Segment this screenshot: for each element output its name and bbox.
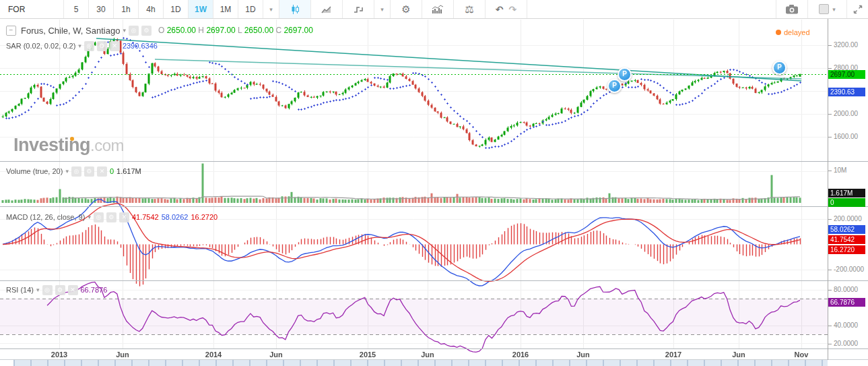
volume-caret-icon[interactable]: ▾ — [65, 168, 69, 175]
time-axis-label: Jun — [576, 350, 590, 359]
pattern-marker-p[interactable]: P — [772, 61, 787, 75]
axis-value-badge: 0 — [828, 198, 865, 207]
screenshot-button[interactable] — [776, 0, 807, 18]
symbol-title[interactable]: Forus, Chile, W, Santiago — [21, 26, 120, 36]
layout-caret-icon: ▾ — [832, 6, 836, 13]
time-axis-label: Jun — [421, 350, 434, 359]
rsi-value: 66.7876 — [81, 286, 108, 294]
rsi-close-icon[interactable]: ✕ — [68, 285, 78, 295]
indicators-icon — [432, 5, 444, 14]
chart-type-candlestick-button[interactable] — [279, 0, 311, 18]
interval-1w-active[interactable]: 1W — [189, 0, 213, 18]
title-caret-icon[interactable]: ▾ — [123, 27, 126, 34]
interval-1m[interactable]: 1M — [213, 0, 238, 18]
top-toolbar: FOR 5 30 1h 4h 1D 1W 1M 1D ▾ ▾ ⚙ ⚖ ↶ ↷ ▾ — [0, 0, 868, 19]
interval-1d-custom[interactable]: 1D — [238, 0, 263, 18]
volume-close-icon[interactable]: ✕ — [97, 166, 107, 177]
delayed-dot-icon — [776, 30, 781, 35]
camera-icon — [785, 4, 799, 14]
volume-zero-value: 0 — [110, 167, 114, 175]
axis-value-badge: 41.7542 — [828, 235, 865, 244]
pattern-marker-p[interactable]: P — [617, 67, 632, 82]
axis-label: 1600.00 — [834, 133, 858, 140]
redo-icon[interactable]: ↷ — [509, 4, 517, 15]
chart-plot-area[interactable] — [0, 0, 828, 360]
interval-dropdown-caret-icon[interactable]: ▾ — [263, 0, 279, 18]
sar-hide-icon[interactable]: ◎ — [84, 41, 94, 51]
volume-hide-icon[interactable]: ◎ — [71, 166, 81, 177]
collapse-pane-icon[interactable]: − — [6, 26, 16, 36]
interval-5[interactable]: 5 — [64, 0, 89, 18]
axis-label: -200.0000 — [834, 266, 864, 273]
axis-value-badge: 1.617M — [828, 189, 865, 197]
rsi-legend: RSI (14) ▾ ◎ ⚙ ✕ 66.7876 — [6, 284, 107, 295]
trading-chart-app: { "toolbar": { "symbol": "FOR", "interva… — [0, 0, 868, 366]
axis-value-badge: 66.7876 — [828, 298, 865, 307]
undo-redo-group[interactable]: ↶ ↷ — [486, 0, 527, 18]
axis-value-badge: 2697.00 — [828, 70, 865, 79]
macd-settings-icon[interactable]: ⚙ — [106, 212, 116, 222]
sar-close-icon[interactable]: ✕ — [110, 41, 120, 51]
delayed-data-badge: delayed — [776, 28, 810, 36]
time-axis-label: Nov — [795, 350, 809, 359]
sar-value: 2390.6346 — [123, 42, 158, 50]
interval-1d[interactable]: 1D — [164, 0, 189, 18]
fullscreen-icon — [853, 5, 863, 14]
interval-1h[interactable]: 1h — [114, 0, 139, 18]
axis-label: 80.0000 — [834, 286, 858, 293]
layout-box-icon — [819, 4, 829, 14]
sar-label: SAR (0.02, 0.02, 0.2) — [6, 42, 75, 50]
sar-legend: SAR (0.02, 0.02, 0.2) ▾ ◎ ⚙ ✕ 2390.6346 — [6, 40, 158, 51]
macd-label: MACD (12, 26, close, 9) — [6, 213, 85, 221]
watermark-orange-dot-icon — [70, 137, 74, 141]
series-settings-icon[interactable]: ⚙ — [141, 26, 152, 36]
indicators-button[interactable] — [422, 0, 454, 18]
main-pane-legend: − Forus, Chile, W, Santiago ▾ ◎ ⚙ O 2650… — [6, 25, 313, 36]
ohlc-readout: O 2650.00 H 2697.00 L 2650.00 C 2697.00 — [158, 26, 313, 35]
macd-hide-icon[interactable]: ◎ — [94, 212, 104, 222]
interval-30[interactable]: 30 — [89, 0, 114, 18]
step-chart-icon — [353, 5, 364, 14]
pane-separator-volume-macd[interactable] — [0, 206, 868, 207]
pattern-marker-p[interactable]: P — [607, 79, 622, 93]
macd-caret-icon[interactable]: ▾ — [88, 214, 91, 220]
chart-type-step-button[interactable] — [343, 0, 374, 18]
time-axis-label: Jun — [732, 350, 745, 359]
scales-icon: ⚖ — [465, 3, 473, 16]
toolbar-spacer — [527, 0, 776, 18]
volume-legend: Volume (true, 20) ▾ ◎ ⚙ ✕ 0 1.617M — [6, 166, 141, 177]
timeaxis-bottom-border — [0, 359, 868, 360]
rsi-hide-icon[interactable]: ◎ — [42, 285, 53, 295]
axis-label: 10M — [834, 166, 846, 174]
rsi-settings-icon[interactable]: ⚙ — [55, 285, 65, 295]
volume-settings-icon[interactable]: ⚙ — [84, 166, 94, 177]
settings-button[interactable]: ⚙ — [391, 0, 422, 18]
hide-series-icon[interactable]: ◎ — [129, 26, 139, 36]
volume-value: 1.617M — [116, 167, 141, 175]
axis-label: 40.0000 — [834, 322, 858, 329]
axis-label: 200.0000 — [834, 215, 862, 222]
chart-type-area-button[interactable] — [311, 0, 343, 18]
macd-hist-value: 16.2720 — [191, 213, 218, 221]
fullscreen-button[interactable] — [846, 0, 868, 18]
sar-settings-icon[interactable]: ⚙ — [97, 41, 107, 51]
gear-icon: ⚙ — [401, 3, 410, 16]
compare-button[interactable]: ⚖ — [454, 0, 486, 18]
candlestick-icon — [290, 4, 300, 15]
symbol-input[interactable]: FOR — [0, 0, 64, 18]
investing-watermark: Investing.com — [13, 135, 124, 156]
time-axis-label: 2015 — [360, 350, 376, 359]
axis-label: 3200.00 — [834, 41, 858, 49]
macd-close-icon[interactable]: ✕ — [119, 212, 129, 222]
pane-separator-price-volume[interactable] — [0, 161, 868, 162]
interval-4h[interactable]: 4h — [139, 0, 164, 18]
sar-caret-icon[interactable]: ▾ — [78, 42, 81, 49]
layout-select-button[interactable]: ▾ — [807, 0, 846, 18]
pane-separator-macd-rsi[interactable] — [0, 280, 868, 281]
horizontal-scrollbar[interactable] — [13, 360, 828, 366]
rsi-caret-icon[interactable]: ▾ — [36, 286, 40, 293]
chart-type-caret-icon[interactable]: ▾ — [374, 0, 391, 18]
volume-label: Volume (true, 20) — [6, 167, 63, 175]
undo-icon[interactable]: ↶ — [496, 4, 504, 15]
axis-value-badge: 2390.63 — [828, 88, 865, 96]
